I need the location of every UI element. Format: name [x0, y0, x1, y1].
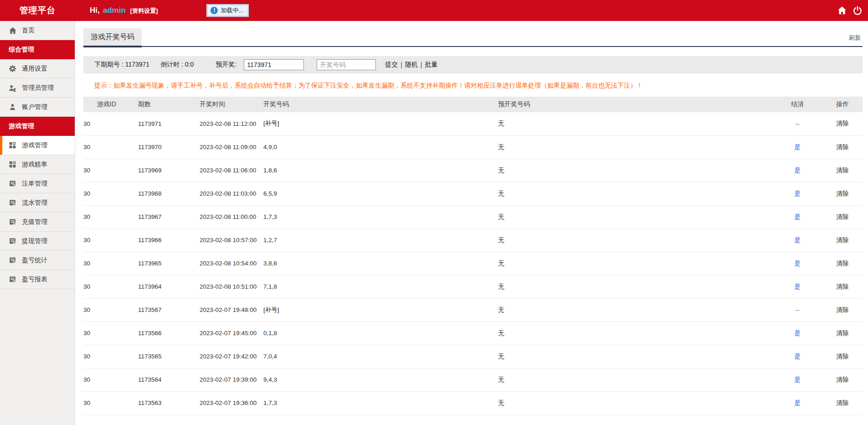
column-header: 操作 — [822, 97, 863, 112]
sidebar-item-label: 注单管理 — [22, 180, 47, 188]
form-actions: 提交 | 随机 | 批量 — [385, 61, 437, 69]
sidebar-item-game-odds[interactable]: 游戏赔率 — [0, 155, 75, 174]
predraw-numbers-cell: 无 — [498, 399, 504, 406]
column-header: 开奖号码 — [263, 97, 498, 112]
sidebar-item-label: 流水管理 — [22, 199, 47, 207]
issue-input[interactable] — [244, 59, 304, 70]
predraw-numbers-cell: 无 — [498, 190, 504, 197]
table-row: 3011739662023-02-08 10:57:001,2,7无是清除 — [83, 228, 863, 252]
profile-settings-link[interactable]: [资料设置] — [130, 7, 158, 15]
random-link[interactable]: 随机 — [405, 61, 418, 69]
column-header: 预开奖号码 — [498, 97, 772, 112]
clear-link[interactable]: 清除 — [837, 167, 849, 174]
sidebar-item-recharge-management[interactable]: 充值管理 — [0, 212, 75, 232]
settled-link[interactable]: 是 — [794, 144, 801, 150]
sidebar-item-profit-statistics[interactable]: 盈亏统计 — [0, 251, 75, 270]
settled-link[interactable]: 是 — [794, 353, 801, 360]
table-row: 3011739642023-02-08 10:51:007,1,8无是清除 — [83, 275, 863, 298]
game-id-cell: 30 — [83, 190, 90, 197]
issue-cell: 1173965 — [138, 260, 162, 267]
table-row: 3011739712023-02-08 11:12:00[补号]无--清除 — [83, 112, 863, 135]
sidebar-item-label: 游戏管理 — [22, 141, 47, 150]
makeup-number-link[interactable]: [补号] — [263, 120, 279, 127]
table-row: 3011735662023-02-07 19:45:000,1,8无是清除 — [83, 321, 863, 345]
predraw-numbers-cell: 无 — [498, 260, 504, 267]
sidebar-section-label: 游戏管理 — [9, 122, 34, 130]
doc-icon — [9, 218, 17, 226]
clear-link[interactable]: 清除 — [837, 306, 849, 313]
table-row: 3011735632023-02-07 19:36:001,7,3无是清除 — [83, 391, 863, 415]
issue-cell: 1173968 — [138, 190, 162, 197]
issue-cell: 1173564 — [138, 376, 162, 383]
tab-game-draw-numbers[interactable]: 游戏开奖号码 — [83, 28, 142, 47]
refresh-link[interactable]: 刷新 — [849, 34, 863, 46]
issue-cell: 1173567 — [138, 306, 162, 313]
game-id-cell: 30 — [83, 144, 90, 150]
settled-link[interactable]: 是 — [794, 237, 801, 244]
settled-link[interactable]: 是 — [794, 167, 801, 174]
game-id-cell: 30 — [83, 260, 90, 267]
sidebar-item-account-management[interactable]: 账户管理 — [0, 98, 75, 117]
separator: | — [421, 61, 422, 68]
clear-link[interactable]: 清除 — [837, 353, 849, 360]
settled-link[interactable]: 是 — [794, 376, 801, 383]
predraw-numbers-cell: 无 — [498, 306, 504, 313]
sidebar-section-game-management[interactable]: 游戏管理 — [0, 117, 75, 136]
sidebar-item-withdraw-management[interactable]: 提现管理 — [0, 232, 75, 251]
app-title: 管理平台 — [0, 5, 75, 16]
sidebar-item-admin-management[interactable]: 管理员管理 — [0, 78, 75, 98]
greeting-prefix: Hi, — [90, 6, 100, 15]
power-icon[interactable] — [853, 5, 863, 16]
column-header: 开奖时间 — [200, 97, 263, 112]
sidebar-item-turnover-management[interactable]: 流水管理 — [0, 193, 75, 212]
draw-time-cell: 2023-02-08 11:09:00 — [200, 144, 256, 150]
settled-link[interactable]: 是 — [794, 399, 801, 406]
issue-cell: 1173969 — [138, 167, 162, 174]
clear-link[interactable]: 清除 — [837, 120, 849, 127]
home-icon[interactable] — [837, 5, 847, 16]
issue-cell: 1173970 — [138, 144, 162, 150]
clear-link[interactable]: 清除 — [837, 190, 849, 197]
settled-link[interactable]: 是 — [794, 283, 801, 290]
settled-link[interactable]: 是 — [794, 260, 801, 267]
draw-table: 游戏ID期数开奖时间开奖号码预开奖号码结清操作 3011739712023-02… — [83, 97, 863, 415]
settled-link[interactable]: 是 — [794, 330, 801, 337]
settled-link[interactable]: 是 — [794, 213, 801, 220]
draw-time-cell: 2023-02-08 11:00:00 — [200, 213, 256, 220]
doc-icon — [9, 256, 17, 264]
draw-number-input[interactable] — [317, 59, 376, 70]
draw-form: 下期期号 : 1173971 倒计时 : 0:0 预开奖: 提交 | 随机 | … — [83, 56, 863, 73]
sidebar-item-profit-report[interactable]: 盈亏报表 — [0, 270, 75, 289]
sidebar-section-general-management[interactable]: 综合管理 — [0, 40, 75, 59]
sidebar-item-game-management[interactable]: 游戏管理 — [0, 136, 75, 155]
table-row: 3011739692023-02-08 11:06:001,8,6无是清除 — [83, 159, 863, 182]
clear-link[interactable]: 清除 — [837, 260, 849, 267]
user-icon — [9, 103, 17, 111]
predraw-numbers-cell: 无 — [498, 283, 504, 290]
batch-link[interactable]: 批量 — [425, 61, 437, 69]
clear-link[interactable]: 清除 — [837, 376, 849, 383]
game-id-cell: 30 — [83, 376, 90, 383]
sidebar-item-general-settings[interactable]: 通用设置 — [0, 59, 75, 78]
predraw-numbers-cell: 无 — [498, 376, 504, 383]
clear-link[interactable]: 清除 — [837, 283, 849, 290]
makeup-number-link[interactable]: [补号] — [263, 306, 279, 313]
clear-link[interactable]: 清除 — [837, 213, 849, 220]
submit-link[interactable]: 提交 — [385, 61, 398, 69]
draw-time-cell: 2023-02-08 10:54:00 — [200, 260, 257, 267]
loading-text: 加载中... — [221, 6, 243, 15]
gear-icon — [9, 65, 17, 73]
clear-link[interactable]: 清除 — [837, 399, 849, 406]
clear-link[interactable]: 清除 — [837, 237, 849, 244]
draw-time-cell: 2023-02-08 10:51:00 — [200, 283, 257, 290]
draw-numbers-cell: 9,4,3 — [263, 376, 277, 383]
sidebar-item-home[interactable]: 首页 — [0, 21, 75, 40]
clear-link[interactable]: 清除 — [837, 144, 849, 150]
sidebar-item-bet-management[interactable]: 注单管理 — [0, 174, 75, 193]
clear-link[interactable]: 清除 — [837, 330, 849, 337]
settled-link[interactable]: 是 — [794, 190, 801, 197]
game-id-cell: 30 — [83, 167, 90, 174]
home-icon — [9, 26, 17, 35]
draw-numbers-cell: 0,1,8 — [263, 330, 277, 337]
draw-numbers-cell: 6,5,9 — [263, 190, 277, 197]
